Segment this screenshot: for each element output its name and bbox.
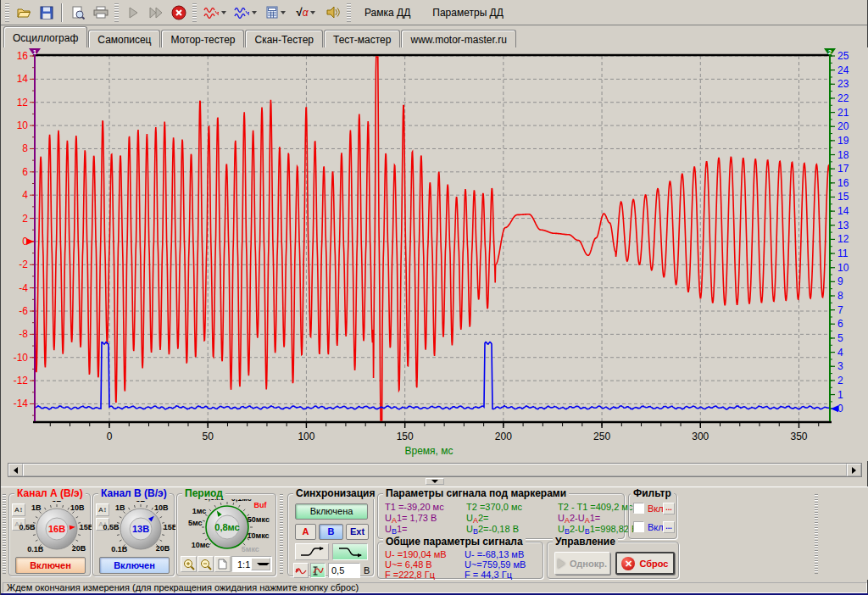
t1-value: T1 =-39,20 мс <box>385 502 466 512</box>
toolbar-grip[interactable] <box>347 3 351 22</box>
new-view-button[interactable] <box>214 556 231 572</box>
svg-text:0.1В: 0.1В <box>27 545 44 553</box>
fast-forward-button[interactable] <box>145 3 166 23</box>
zoom-ratio-select[interactable]: 1:1 <box>231 556 272 572</box>
svg-text:2: 2 <box>837 375 843 386</box>
control-title: Управление <box>553 536 618 548</box>
falling-edge-button[interactable] <box>332 543 368 560</box>
trigger-level-input[interactable] <box>328 563 360 578</box>
tab-website[interactable]: www.motor-master.ru <box>401 30 515 47</box>
horizontal-scrollbar[interactable] <box>8 463 862 477</box>
open-file-button[interactable] <box>13 3 34 23</box>
svg-text:20: 20 <box>837 120 849 132</box>
svg-text:20В: 20В <box>72 544 86 553</box>
sync-title: Синхронизация <box>293 487 378 499</box>
zoom-ratio-dropdown[interactable] <box>251 558 271 570</box>
svg-text:13В: 13В <box>132 524 149 534</box>
tab-scan-tester[interactable]: Скан-Тестер <box>245 30 323 47</box>
svg-text:0,5мс: 0,5мс <box>204 499 225 502</box>
period-knob[interactable]: 0,5мс0,1мсBuf1мс50мкс5мс10мкс10мс5мкс0,8… <box>177 499 277 557</box>
filter-b-more-button[interactable]: ... <box>663 521 675 533</box>
rising-edge-button[interactable] <box>295 543 329 560</box>
zoom-out-button[interactable] <box>198 556 214 572</box>
params-dd-button[interactable]: Параметры ДД <box>421 3 515 23</box>
marker-params-row3: UВ1=UВ2=-0,18 ВUВ2-UВ1=998,82 В <box>385 524 637 536</box>
save-floppy-icon <box>40 6 53 19</box>
trigger-level-icon <box>312 565 324 576</box>
sound-button[interactable] <box>322 3 343 23</box>
control-group: Управление Однокр. ✕ Сброс <box>547 542 679 579</box>
svg-text:1: 1 <box>33 48 37 56</box>
t2-value: T2 =370,0 мс <box>466 502 558 512</box>
print-preview-button[interactable] <box>67 3 88 23</box>
sqrt-icon: √ <box>297 6 303 19</box>
svg-text:2: 2 <box>828 48 832 56</box>
tab-test-master[interactable]: Тест-мастер <box>324 30 400 47</box>
svg-text:8: 8 <box>837 290 843 302</box>
svg-text:-6: -6 <box>19 305 28 317</box>
tab-recorder[interactable]: Самописец <box>88 30 160 47</box>
panel-grip[interactable] <box>3 494 6 574</box>
sync-source-a-button[interactable]: А <box>295 524 316 540</box>
sync-source-b-button[interactable]: В <box>319 524 343 540</box>
general-params-title: Общие параметры сигнала <box>383 536 526 548</box>
svg-text:0: 0 <box>107 431 113 442</box>
math-functions-button[interactable]: √ α <box>292 3 320 23</box>
filter-a-label: Вкл <box>648 503 664 514</box>
ub1-value: UВ1= <box>385 524 466 536</box>
channel-a-freq-value: F =222,8 Гц <box>385 570 435 580</box>
play-button[interactable] <box>122 3 143 23</box>
channel-b-enabled-button[interactable]: Включен <box>99 557 170 574</box>
frame-dd-button[interactable]: Рамка ДД <box>353 3 421 23</box>
filter-a-more-button[interactable]: ... <box>663 503 675 514</box>
calculator-button[interactable] <box>261 3 290 23</box>
ub2-value: UВ2=-0,18 В <box>466 524 558 536</box>
single-shot-button[interactable]: Однокр. <box>554 552 610 575</box>
svg-text:-4: -4 <box>19 282 28 294</box>
scroll-left-button[interactable] <box>8 464 23 476</box>
ub2-minus-ub1-value: UВ2-UВ1=998,82 В <box>558 524 637 536</box>
filter-a-checkbox[interactable] <box>633 503 644 514</box>
dropdown-caret <box>252 11 257 14</box>
tab-motor-tester[interactable]: Мотор-тестер <box>161 30 244 47</box>
channel-a-knob[interactable]: 5В10В15В20В1В0.5В0.1В16В <box>9 501 92 559</box>
scrollbar-thumb[interactable] <box>23 464 847 476</box>
zoom-in-button[interactable] <box>181 556 197 572</box>
svg-text:1В: 1В <box>31 503 42 512</box>
svg-text:13: 13 <box>837 220 849 231</box>
trigger-level-button[interactable] <box>310 563 326 578</box>
collapse-panel-button[interactable] <box>426 478 444 485</box>
channel-b-settings-button[interactable] <box>231 3 259 23</box>
scroll-right-button[interactable] <box>847 464 861 476</box>
svg-text:5мс: 5мс <box>188 519 203 527</box>
toolbar-grip[interactable] <box>192 3 197 22</box>
svg-text:250: 250 <box>593 431 610 442</box>
svg-text:16: 16 <box>17 50 29 62</box>
svg-text:5В: 5В <box>136 501 146 503</box>
trigger-mode-button[interactable] <box>293 563 309 578</box>
play-icon <box>127 7 139 19</box>
reset-button[interactable]: ✕ Сброс <box>615 552 675 575</box>
toolbar-grip[interactable] <box>114 3 119 22</box>
filter-b-checkbox[interactable] <box>633 521 644 532</box>
svg-text:50: 50 <box>203 431 214 442</box>
toolbar-grip[interactable] <box>5 3 9 22</box>
channel-b-knob[interactable]: 5В10В15В20В1В0.5В0.1В13В <box>93 501 175 559</box>
panel-grip[interactable] <box>280 494 283 574</box>
channel-a-settings-button[interactable] <box>200 3 229 23</box>
collapse-icon <box>431 480 438 483</box>
svg-text:0.1В: 0.1В <box>111 545 128 553</box>
channel-a-dc-value: U- =190,04 мВ <box>385 549 447 559</box>
scroll-right-icon <box>852 467 856 474</box>
panel-grip[interactable] <box>815 494 818 574</box>
print-button[interactable] <box>90 3 111 23</box>
oscillogram-plot[interactable]: 1614121086420-2-4-6-8-10-12-142524232221… <box>1 47 868 461</box>
tab-oscillograph[interactable]: Осциллограф <box>3 26 87 47</box>
save-button[interactable] <box>36 3 57 23</box>
sync-source-ext-button[interactable]: Ext <box>346 524 369 540</box>
svg-text:8: 8 <box>22 142 28 154</box>
plot-area: 1614121086420-2-4-6-8-10-12-142524232221… <box>1 47 868 461</box>
channel-a-enabled-button[interactable]: Включен <box>15 557 86 574</box>
sync-enabled-button[interactable]: Включена <box>295 503 368 520</box>
stop-button[interactable] <box>168 3 189 23</box>
